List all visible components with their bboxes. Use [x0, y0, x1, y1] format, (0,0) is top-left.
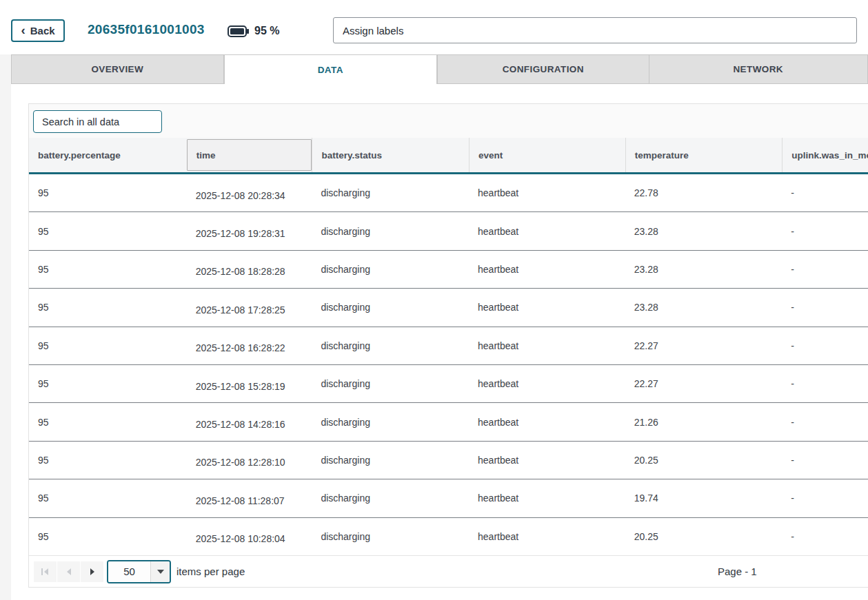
tab-network[interactable]: NETWORK: [649, 54, 868, 84]
pager: 50 items per page Page - 1: [29, 556, 868, 588]
search-input[interactable]: [33, 110, 162, 133]
cell-temperature: 22.27: [625, 378, 783, 389]
cell-time: 2025-12-08 19:28:31: [187, 223, 312, 239]
next-page-icon: [90, 568, 95, 575]
cell-time: 2025-12-08 12:28:10: [187, 452, 312, 468]
cell-battery.status: discharging: [312, 340, 469, 351]
cell-uplink.was_in_motion: -: [782, 226, 868, 237]
cell-battery.status: discharging: [312, 226, 469, 237]
cell-event: heartbeat: [469, 378, 625, 389]
cell-uplink.was_in_motion: -: [782, 302, 868, 313]
previous-page-icon: [66, 568, 72, 575]
cell-temperature: 20.25: [625, 531, 783, 542]
cell-battery.percentage: 95: [29, 264, 187, 275]
cell-battery.percentage: 95: [29, 226, 187, 237]
column-header-time[interactable]: time: [187, 139, 312, 171]
grid-body: 952025-12-08 20:28:34dischargingheartbea…: [29, 174, 868, 556]
device-id: 20635f0161001003: [88, 22, 205, 37]
table-row[interactable]: 952025-12-08 12:28:10dischargingheartbea…: [29, 442, 868, 479]
cell-event: heartbeat: [469, 187, 625, 198]
back-button-label: Back: [30, 25, 55, 37]
cell-uplink.was_in_motion: -: [782, 264, 868, 275]
cell-battery.status: discharging: [312, 493, 469, 504]
cell-temperature: 23.28: [625, 302, 783, 313]
app-header: ‹ Back 20635f0161001003 95 %: [0, 0, 868, 54]
cell-battery.status: discharging: [312, 455, 469, 466]
first-page-button[interactable]: [34, 561, 57, 582]
cell-temperature: 22.78: [625, 187, 783, 198]
table-row[interactable]: 952025-12-08 16:28:22dischargingheartbea…: [29, 327, 868, 365]
data-panel: battery.percentagetimebattery.statuseven…: [28, 103, 868, 588]
cell-battery.status: discharging: [312, 378, 469, 389]
cell-time: 2025-12-08 17:28:25: [187, 300, 312, 315]
assign-labels-input[interactable]: [333, 17, 857, 43]
cell-time: 2025-12-08 11:28:07: [187, 490, 312, 506]
cell-battery.percentage: 95: [29, 455, 187, 466]
caret-down-icon: [157, 570, 164, 574]
cell-battery.status: discharging: [312, 302, 469, 313]
first-page-icon: [41, 568, 49, 575]
cell-event: heartbeat: [469, 417, 625, 428]
table-row[interactable]: 952025-12-08 18:28:28dischargingheartbea…: [29, 251, 868, 289]
items-per-page-label: items per page: [176, 556, 245, 588]
table-row[interactable]: 952025-12-08 17:28:25dischargingheartbea…: [29, 289, 868, 327]
page-size-select[interactable]: 50: [107, 560, 171, 583]
cell-temperature: 22.27: [625, 340, 783, 351]
back-button[interactable]: ‹ Back: [11, 19, 65, 42]
cell-event: heartbeat: [469, 455, 625, 466]
table-row[interactable]: 952025-12-08 11:28:07dischargingheartbea…: [29, 479, 868, 517]
cell-battery.percentage: 95: [29, 302, 187, 313]
column-header-temperature[interactable]: temperature: [625, 138, 783, 172]
column-header-battery.status[interactable]: battery.status: [312, 138, 469, 172]
cell-battery.status: discharging: [312, 531, 469, 542]
select-caret-button[interactable]: [151, 561, 170, 582]
cell-battery.percentage: 95: [29, 340, 187, 351]
table-row[interactable]: 952025-12-08 20:28:34dischargingheartbea…: [29, 174, 868, 212]
cell-battery.status: discharging: [312, 264, 469, 275]
cell-battery.percentage: 95: [29, 531, 187, 542]
cell-temperature: 20.25: [625, 455, 783, 466]
cell-event: heartbeat: [469, 493, 625, 504]
cell-uplink.was_in_motion: -: [782, 493, 868, 504]
cell-battery.percentage: 95: [29, 378, 187, 389]
table-row[interactable]: 952025-12-08 10:28:04dischargingheartbea…: [29, 518, 868, 556]
cell-battery.percentage: 95: [29, 493, 187, 504]
battery-icon: [228, 25, 249, 37]
column-header-event[interactable]: event: [469, 138, 625, 172]
cell-time: 2025-12-08 10:28:04: [187, 528, 312, 544]
column-header-battery.percentage[interactable]: battery.percentage: [29, 138, 187, 172]
tab-configuration[interactable]: CONFIGURATION: [437, 54, 649, 84]
previous-page-button[interactable]: [57, 561, 80, 582]
cell-battery.status: discharging: [312, 187, 469, 198]
battery-status: 95 %: [228, 25, 279, 37]
cell-time: 2025-12-08 14:28:16: [187, 414, 312, 430]
grid-header: battery.percentagetimebattery.statuseven…: [29, 138, 868, 174]
chevron-left-icon: ‹: [21, 23, 25, 37]
tab-bar: OVERVIEWDATACONFIGURATIONNETWORK: [0, 54, 868, 84]
cell-temperature: 19.74: [625, 493, 783, 504]
tab-data[interactable]: DATA: [224, 54, 438, 84]
tab-overview[interactable]: OVERVIEW: [11, 54, 224, 84]
cell-uplink.was_in_motion: -: [782, 340, 868, 351]
cell-uplink.was_in_motion: -: [782, 531, 868, 542]
page-info-label: Page - 1: [718, 556, 757, 588]
cell-time: 2025-12-08 20:28:34: [187, 185, 312, 201]
cell-battery.percentage: 95: [29, 187, 187, 198]
left-gutter: [0, 54, 11, 600]
cell-event: heartbeat: [469, 226, 625, 237]
table-row[interactable]: 952025-12-08 19:28:31dischargingheartbea…: [29, 212, 868, 250]
column-header-uplink.was_in_motion[interactable]: uplink.was_in_motion: [782, 138, 868, 172]
cell-event: heartbeat: [469, 340, 625, 351]
cell-uplink.was_in_motion: -: [782, 455, 868, 466]
cell-battery.status: discharging: [312, 417, 469, 428]
next-page-button[interactable]: [81, 561, 103, 582]
cell-uplink.was_in_motion: -: [782, 378, 868, 389]
table-row[interactable]: 952025-12-08 14:28:16dischargingheartbea…: [29, 403, 868, 441]
battery-percentage-label: 95 %: [254, 25, 279, 37]
page-size-value: 50: [108, 561, 151, 582]
table-row[interactable]: 952025-12-08 15:28:19dischargingheartbea…: [29, 365, 868, 403]
cell-time: 2025-12-08 16:28:22: [187, 338, 312, 353]
cell-uplink.was_in_motion: -: [782, 187, 868, 198]
cell-temperature: 23.28: [625, 264, 783, 275]
cell-event: heartbeat: [469, 264, 625, 275]
